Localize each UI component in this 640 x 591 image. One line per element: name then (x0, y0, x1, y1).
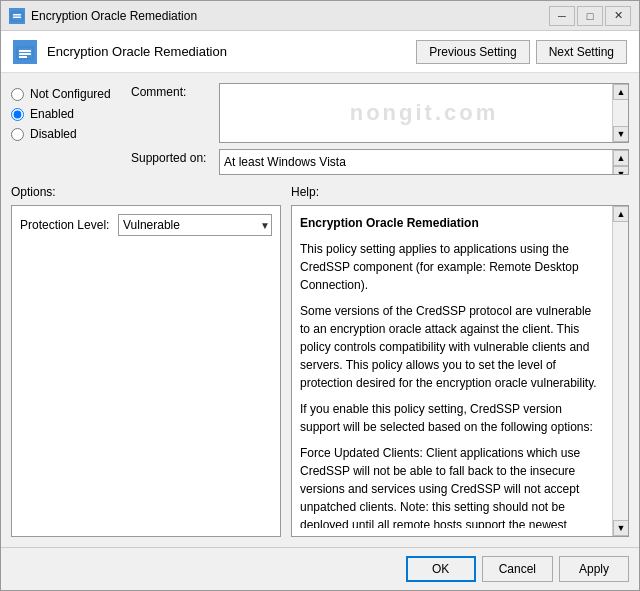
protection-level-row: Protection Level: Force Updated Clients … (20, 214, 272, 236)
enabled-input[interactable] (11, 108, 24, 121)
options-help-section: Options: Protection Level: Force Updated… (11, 185, 629, 537)
help-content[interactable]: Encryption Oracle Remediation This polic… (300, 214, 620, 528)
options-panel: Options: Protection Level: Force Updated… (11, 185, 281, 537)
supported-scrollbar-up[interactable]: ▲ (613, 150, 629, 166)
help-scrollbar-down[interactable]: ▼ (613, 520, 629, 536)
comment-field: nongit.com ▲ ▼ (219, 83, 629, 143)
not-configured-radio[interactable]: Not Configured (11, 87, 121, 101)
svg-rect-5 (19, 53, 31, 55)
title-bar-controls: ─ □ ✕ (549, 6, 631, 26)
options-box: Protection Level: Force Updated Clients … (11, 205, 281, 537)
header-nav: Previous Setting Next Setting (416, 40, 627, 64)
title-bar-left: Encryption Oracle Remediation (9, 8, 197, 24)
protection-level-label: Protection Level: (20, 218, 110, 232)
close-button[interactable]: ✕ (605, 6, 631, 26)
title-bar-text: Encryption Oracle Remediation (31, 9, 197, 23)
help-panel: Help: Encryption Oracle Remediation This… (291, 185, 629, 537)
right-fields: Comment: nongit.com ▲ ▼ Supported on: (131, 83, 629, 175)
svg-rect-2 (13, 16, 21, 18)
scrollbar-down-btn[interactable]: ▼ (613, 126, 629, 142)
next-setting-button[interactable]: Next Setting (536, 40, 627, 64)
top-section: Not Configured Enabled Disabled Comment: (11, 83, 629, 175)
not-configured-label: Not Configured (30, 87, 111, 101)
bottom-bar: OK Cancel Apply (1, 547, 639, 590)
supported-field: At least Windows Vista ▲ ▼ (219, 149, 629, 175)
enabled-radio[interactable]: Enabled (11, 107, 121, 121)
protection-level-select-wrapper: Force Updated Clients Mitigated Vulnerab… (118, 214, 272, 236)
scrollbar-track (613, 100, 628, 126)
supported-row: Supported on: At least Windows Vista ▲ ▼ (131, 149, 629, 175)
help-para-2: Some versions of the CredSSP protocol ar… (300, 302, 604, 392)
minimize-button[interactable]: ─ (549, 6, 575, 26)
supported-scrollbar-down[interactable]: ▼ (613, 166, 629, 175)
main-window: Encryption Oracle Remediation ─ □ ✕ Encr… (0, 0, 640, 591)
window-body: Not Configured Enabled Disabled Comment: (1, 73, 639, 547)
scrollbar-up-btn[interactable]: ▲ (613, 84, 629, 100)
previous-setting-button[interactable]: Previous Setting (416, 40, 529, 64)
protection-level-select[interactable]: Force Updated Clients Mitigated Vulnerab… (118, 214, 272, 236)
maximize-button[interactable]: □ (577, 6, 603, 26)
help-label: Help: (291, 185, 629, 199)
help-scrollbar-up[interactable]: ▲ (613, 206, 629, 222)
header-icon (13, 40, 37, 64)
svg-rect-4 (19, 50, 31, 52)
help-para-3: If you enable this policy setting, CredS… (300, 400, 604, 436)
comment-label: Comment: (131, 83, 211, 99)
comment-scrollbar[interactable]: ▲ ▼ (612, 84, 628, 142)
enabled-label: Enabled (30, 107, 74, 121)
disabled-input[interactable] (11, 128, 24, 141)
radio-group: Not Configured Enabled Disabled (11, 83, 121, 175)
help-scrollbar-track (613, 222, 628, 520)
help-title: Encryption Oracle Remediation (300, 214, 604, 232)
not-configured-input[interactable] (11, 88, 24, 101)
help-box: Encryption Oracle Remediation This polic… (291, 205, 629, 537)
window-icon (9, 8, 25, 24)
svg-rect-1 (13, 14, 21, 16)
options-label: Options: (11, 185, 281, 199)
supported-scrollbar[interactable]: ▲ ▼ (612, 150, 628, 174)
help-para-4: Force Updated Clients: Client applicatio… (300, 444, 604, 528)
help-para-1: This policy setting applies to applicati… (300, 240, 604, 294)
help-scrollbar[interactable]: ▲ ▼ (612, 206, 628, 536)
header-title: Encryption Oracle Remediation (47, 44, 406, 59)
svg-rect-6 (19, 56, 27, 58)
disabled-radio[interactable]: Disabled (11, 127, 121, 141)
comment-watermark: nongit.com (350, 100, 499, 126)
ok-button[interactable]: OK (406, 556, 476, 582)
disabled-label: Disabled (30, 127, 77, 141)
cancel-button[interactable]: Cancel (482, 556, 553, 582)
apply-button[interactable]: Apply (559, 556, 629, 582)
title-bar: Encryption Oracle Remediation ─ □ ✕ (1, 1, 639, 31)
supported-label: Supported on: (131, 149, 211, 165)
window-header: Encryption Oracle Remediation Previous S… (1, 31, 639, 73)
comment-row: Comment: nongit.com ▲ ▼ (131, 83, 629, 143)
supported-value: At least Windows Vista (224, 155, 624, 169)
